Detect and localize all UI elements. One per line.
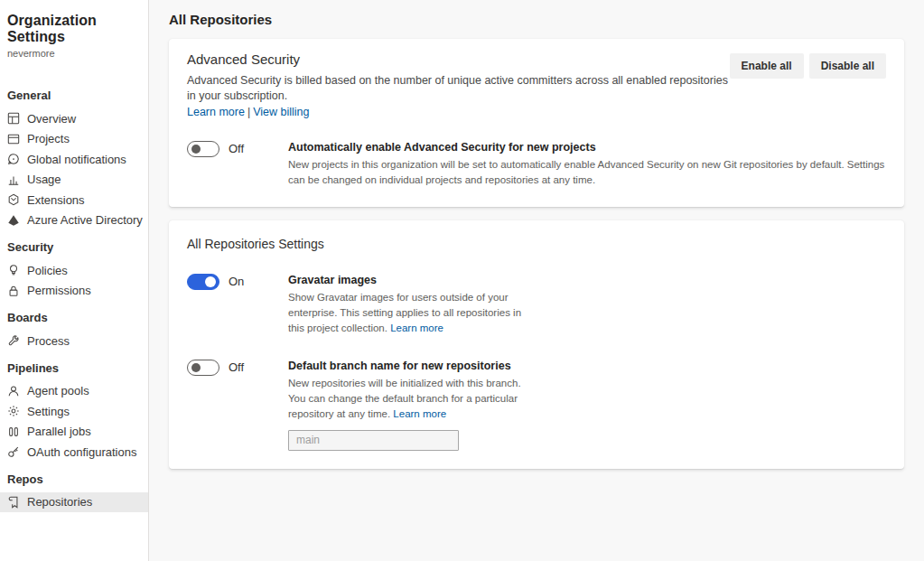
toggle-state-label: Off xyxy=(229,360,244,374)
auto-enable-advanced-security-setting: Off Automatically enable Advanced Securi… xyxy=(187,140,886,189)
gravatar-images-setting: On Gravatar images Show Gravatar images … xyxy=(187,273,886,337)
sidebar-item-projects[interactable]: Projects xyxy=(0,129,148,150)
agent-pools-icon xyxy=(7,385,20,397)
sidebar-item-process[interactable]: Process xyxy=(0,331,148,351)
view-billing-link[interactable]: View billing xyxy=(253,106,309,118)
extensions-icon xyxy=(7,193,20,206)
default-branch-setting: Off Default branch name for new reposito… xyxy=(187,359,886,451)
sidebar-item-label: Settings xyxy=(27,405,70,418)
sidebar-section-boards: Boards xyxy=(0,301,148,331)
sidebar-item-policies[interactable]: Policies xyxy=(0,260,148,281)
all-repositories-settings-card: All Repositories Settings On Gravatar im… xyxy=(169,220,904,469)
toggle-state-label: Off xyxy=(229,142,244,155)
sidebar-item-usage[interactable]: Usage xyxy=(0,170,148,191)
process-icon xyxy=(7,334,20,347)
toggle-state-label: On xyxy=(229,275,244,288)
organization-name: nevermore xyxy=(0,46,148,59)
default-branch-learn-more-link[interactable]: Learn more xyxy=(393,408,446,419)
policies-icon xyxy=(7,264,20,276)
sidebar-item-parallel-jobs[interactable]: Parallel jobs xyxy=(0,422,148,443)
sidebar-item-azure-active-directory[interactable]: Azure Active Directory xyxy=(0,210,148,231)
sidebar-item-permissions[interactable]: Permissions xyxy=(0,281,148,302)
projects-icon xyxy=(7,133,20,145)
toggle-knob xyxy=(191,363,201,372)
sidebar-item-label: Overview xyxy=(27,112,76,126)
settings-icon xyxy=(7,405,20,417)
repositories-icon xyxy=(7,496,20,509)
advanced-security-card: Advanced Security Advanced Security is b… xyxy=(169,39,904,207)
sidebar-nav: GeneralOverviewProjectsGlobal notificati… xyxy=(0,79,148,512)
sidebar-item-label: Parallel jobs xyxy=(27,425,91,438)
default-branch-name-input[interactable] xyxy=(288,430,459,451)
toggle-knob xyxy=(205,276,216,287)
sidebar-section-repos: Repos xyxy=(0,463,148,492)
setting-label: Default branch name for new repositories xyxy=(288,359,527,373)
sidebar-item-label: Projects xyxy=(27,132,70,145)
sidebar-item-label: Agent pools xyxy=(27,384,89,397)
enable-all-button[interactable]: Enable all xyxy=(730,53,804,79)
overview-icon xyxy=(7,112,20,125)
sidebar-item-settings[interactable]: Settings xyxy=(0,401,148,422)
sidebar-section-pipelines: Pipelines xyxy=(0,351,148,381)
sidebar-section-general: General xyxy=(0,79,148,108)
default-branch-toggle[interactable] xyxy=(187,360,219,376)
sidebar-item-global-notifications[interactable]: Global notifications xyxy=(0,149,148,170)
setting-description: New projects in this organization will b… xyxy=(288,157,886,189)
sidebar-item-overview[interactable]: Overview xyxy=(0,108,148,129)
settings-sidebar: Organization Settings nevermore GeneralO… xyxy=(0,0,149,561)
azure-active-directory-icon xyxy=(7,214,20,227)
sidebar-item-label: Extensions xyxy=(27,193,85,207)
sidebar-item-agent-pools[interactable]: Agent pools xyxy=(0,381,148,402)
toggle-knob xyxy=(191,145,201,154)
sidebar-title: Organization Settings xyxy=(0,11,148,46)
advanced-security-title: Advanced Security xyxy=(187,51,730,67)
gravatar-images-toggle[interactable] xyxy=(187,274,219,290)
sidebar-item-label: Permissions xyxy=(27,284,91,297)
all-repositories-settings-title: All Repositories Settings xyxy=(187,233,886,251)
sidebar-item-oauth-configurations[interactable]: OAuth configurations xyxy=(0,442,148,463)
sidebar-item-extensions[interactable]: Extensions xyxy=(0,190,148,210)
sidebar-item-label: Repositories xyxy=(27,495,92,509)
sidebar-item-label: Process xyxy=(27,334,70,348)
sidebar-item-label: Policies xyxy=(27,264,68,277)
link-separator: | xyxy=(247,106,250,118)
permissions-icon xyxy=(7,285,20,297)
sidebar-item-label: Global notifications xyxy=(27,153,126,166)
main-content: All Repositories Advanced Security Advan… xyxy=(149,0,924,561)
global-notifications-icon xyxy=(7,153,20,165)
sidebar-item-label: Azure Active Directory xyxy=(27,213,143,227)
gravatar-learn-more-link[interactable]: Learn more xyxy=(390,323,443,333)
sidebar-section-security: Security xyxy=(0,230,148,260)
disable-all-button[interactable]: Disable all xyxy=(809,53,886,79)
parallel-jobs-icon xyxy=(7,425,20,438)
sidebar-item-label: Usage xyxy=(27,173,61,186)
sidebar-item-label: OAuth configurations xyxy=(27,445,136,459)
setting-label: Gravatar images xyxy=(288,273,527,287)
oauth-configurations-icon xyxy=(7,445,20,458)
page-title: All Repositories xyxy=(169,12,904,27)
usage-icon xyxy=(7,173,20,186)
auto-enable-toggle[interactable] xyxy=(187,141,219,157)
learn-more-link[interactable]: Learn more xyxy=(187,106,245,118)
sidebar-item-repositories[interactable]: Repositories xyxy=(0,492,148,513)
advanced-security-description: Advanced Security is billed based on the… xyxy=(187,73,730,104)
organization-settings-page: Organization Settings nevermore GeneralO… xyxy=(0,0,924,561)
setting-label: Automatically enable Advanced Security f… xyxy=(288,140,886,154)
